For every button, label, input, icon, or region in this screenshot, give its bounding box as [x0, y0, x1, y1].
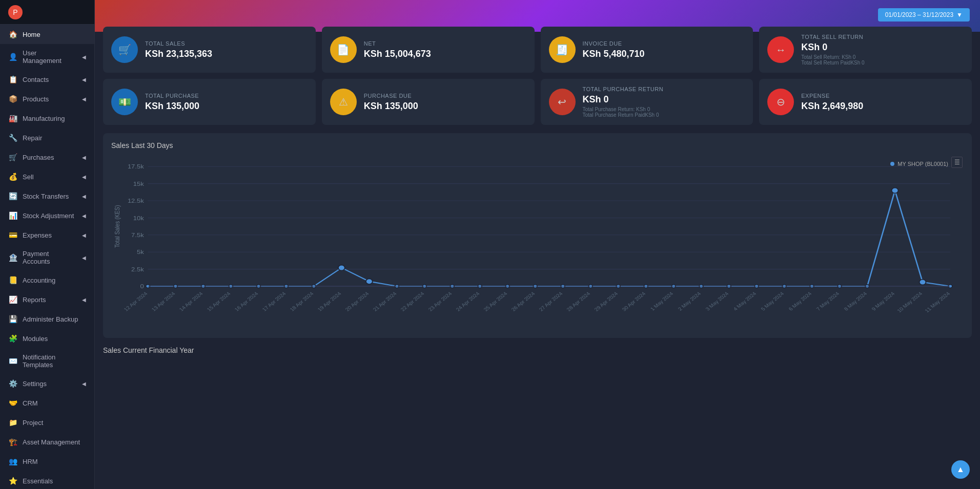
- sidebar-item-payment-accounts[interactable]: 🏦 Payment Accounts ◀: [0, 245, 94, 270]
- sidebar-item-user-management[interactable]: 👤 User Management ◀: [0, 44, 94, 70]
- svg-point-25: [366, 279, 373, 284]
- sidebar-icon-expenses: 💳: [8, 230, 17, 240]
- svg-text:2.5k: 2.5k: [131, 266, 144, 273]
- chart-menu-button[interactable]: ☰: [951, 157, 963, 168]
- sidebar-item-hrm[interactable]: 👥 HRM: [0, 452, 94, 471]
- chevron-icon-stock-adjustment: ◀: [82, 213, 86, 219]
- sidebar-item-purchases[interactable]: 🛒 Purchases ◀: [0, 147, 94, 167]
- sidebar-nav: 🏠 Home 👤 User Management ◀ 📋 Contacts ◀ …: [0, 25, 94, 489]
- sidebar-item-sell[interactable]: 💰 Sell ◀: [0, 167, 94, 186]
- sidebar-label-asset-management: Asset Management: [23, 438, 86, 446]
- stats-row-1: 🛒 TOTAL SALES KSh 23,135,363 📄 NET KSh 1…: [95, 27, 980, 73]
- svg-text:1 May 2024: 1 May 2024: [649, 291, 675, 312]
- stat-value-net: KSh 15,004,673: [364, 49, 431, 59]
- sidebar-item-essentials[interactable]: ⭐ Essentials: [0, 471, 94, 489]
- sidebar-item-stock-transfers[interactable]: 🔄 Stock Transfers ◀: [0, 186, 94, 206]
- sidebar-label-settings: Settings: [23, 380, 77, 388]
- back-to-top-button[interactable]: ▲: [951, 460, 970, 479]
- sidebar-icon-payment-accounts: 🏦: [8, 253, 17, 262]
- svg-text:15 Apr 2024: 15 Apr 2024: [206, 291, 232, 312]
- logo-icon: P: [8, 5, 23, 19]
- date-range-button[interactable]: 01/01/2023 – 31/12/2023 ▼: [878, 8, 970, 22]
- stat-card-invoice-due: 🧾 INVOICE DUE KSh 5,480,710: [541, 27, 753, 73]
- chevron-icon-purchases: ◀: [82, 155, 86, 160]
- stat-card-total-purchase-return: ↩ TOTAL PURCHASE RETURN KSh 0 Total Purc…: [541, 79, 753, 125]
- svg-text:5 May 2024: 5 May 2024: [760, 291, 785, 312]
- svg-text:28 Apr 2024: 28 Apr 2024: [565, 291, 591, 312]
- sidebar-label-manufacturing: Manufacturing: [23, 115, 86, 122]
- stat-label-total-sales: TOTAL SALES: [145, 40, 212, 47]
- stat-card-net: 📄 NET KSh 15,004,673: [322, 27, 535, 73]
- svg-text:17.5k: 17.5k: [128, 164, 144, 171]
- stat-value-total-purchase-return: KSh 0: [583, 94, 664, 105]
- svg-text:17 Apr 2024: 17 Apr 2024: [261, 291, 287, 312]
- sidebar-label-purchases: Purchases: [23, 154, 77, 161]
- chart-legend: MY SHOP (BL0001): [890, 161, 948, 167]
- stat-value-total-purchase: KSh 135,000: [145, 101, 199, 112]
- svg-text:23 Apr 2024: 23 Apr 2024: [427, 291, 453, 312]
- stat-label-expense: EXPENSE: [801, 93, 863, 99]
- stat-icon-purchase-due: ⚠: [330, 89, 357, 115]
- stat-icon-expense: ⊖: [767, 89, 794, 115]
- svg-text:Total Sales (KES): Total Sales (KES): [113, 205, 121, 247]
- stat-info-net: NET KSh 15,004,673: [364, 40, 431, 59]
- sidebar-item-home[interactable]: 🏠 Home: [0, 25, 94, 44]
- stat-label-total-purchase-return: TOTAL PURCHASE RETURN: [583, 86, 664, 92]
- sidebar-item-expenses[interactable]: 💳 Expenses ◀: [0, 225, 94, 245]
- svg-point-45: [920, 280, 926, 285]
- sidebar-label-crm: CRM: [23, 399, 86, 407]
- sidebar-item-settings[interactable]: ⚙️ Settings ◀: [0, 374, 94, 393]
- sidebar-item-products[interactable]: 📦 Products ◀: [0, 89, 94, 109]
- svg-text:18 Apr 2024: 18 Apr 2024: [289, 291, 315, 312]
- sidebar-item-asset-management[interactable]: 🏗️ Asset Management: [0, 432, 94, 452]
- sidebar-item-administer-backup[interactable]: 💾 Administer Backup: [0, 309, 94, 329]
- sidebar-icon-asset-management: 🏗️: [8, 437, 17, 447]
- sidebar-item-notification-templates[interactable]: ✉️ Notification Templates: [0, 348, 94, 374]
- sidebar-logo: P: [0, 0, 94, 25]
- sidebar-label-contacts: Contacts: [23, 76, 77, 83]
- sidebar-item-manufacturing[interactable]: 🏭 Manufacturing: [0, 109, 94, 128]
- sidebar-item-stock-adjustment[interactable]: 📊 Stock Adjustment ◀: [0, 206, 94, 225]
- sidebar-item-crm[interactable]: 🤝 CRM: [0, 393, 94, 413]
- sidebar-label-user-management: User Management: [23, 49, 77, 65]
- stat-info-total-purchase-return: TOTAL PURCHASE RETURN KSh 0 Total Purcha…: [583, 86, 664, 118]
- svg-text:0: 0: [140, 283, 144, 290]
- stat-info-expense: EXPENSE KSh 2,649,980: [801, 93, 863, 112]
- sidebar-item-repair[interactable]: 🔧 Repair: [0, 128, 94, 147]
- stat-icon-total-sell-return: ↔: [767, 36, 794, 63]
- sidebar-icon-accounting: 📒: [8, 275, 17, 285]
- sidebar-item-reports[interactable]: 📈 Reports ◀: [0, 290, 94, 309]
- chart-svg: 02.5k5k7.5k10k12.5k15k17.5kTotal Sales (…: [111, 156, 964, 330]
- sidebar-icon-administer-backup: 💾: [8, 314, 17, 324]
- svg-text:2 May 2024: 2 May 2024: [677, 291, 702, 312]
- stat-sub-total-purchase-return: Total Purchase Return: KSh 0Total Purcha…: [583, 107, 664, 118]
- sidebar-icon-home: 🏠: [8, 30, 17, 39]
- stat-value-total-sales: KSh 23,135,363: [145, 49, 212, 59]
- sales-chart-section: Sales Last 30 Days ☰ MY SHOP (BL0001) 02…: [103, 133, 972, 338]
- sidebar-label-sell: Sell: [23, 173, 77, 181]
- stat-info-total-purchase: TOTAL PURCHASE KSh 135,000: [145, 93, 199, 112]
- chevron-icon-settings: ◀: [82, 381, 86, 387]
- svg-text:4 May 2024: 4 May 2024: [732, 291, 758, 312]
- sidebar-item-project[interactable]: 📁 Project: [0, 413, 94, 432]
- sidebar-icon-products: 📦: [8, 94, 17, 103]
- svg-text:6 May 2024: 6 May 2024: [787, 291, 813, 312]
- chevron-icon-stock-transfers: ◀: [82, 194, 86, 199]
- stat-label-purchase-due: PURCHASE DUE: [364, 93, 418, 99]
- svg-text:26 Apr 2024: 26 Apr 2024: [510, 291, 536, 312]
- svg-text:7 May 2024: 7 May 2024: [815, 291, 841, 312]
- sidebar-icon-purchases: 🛒: [8, 153, 17, 162]
- sidebar-label-accounting: Accounting: [23, 277, 86, 284]
- stat-card-total-sales: 🛒 TOTAL SALES KSh 23,135,363: [103, 27, 316, 73]
- sidebar-item-modules[interactable]: 🧩 Modules: [0, 329, 94, 348]
- svg-text:12.5k: 12.5k: [128, 198, 144, 204]
- stat-info-total-sales: TOTAL SALES KSh 23,135,363: [145, 40, 212, 59]
- sidebar-icon-essentials: ⭐: [8, 476, 17, 485]
- sidebar-item-contacts[interactable]: 📋 Contacts ◀: [0, 70, 94, 89]
- svg-text:21 Apr 2024: 21 Apr 2024: [372, 291, 398, 312]
- stat-value-expense: KSh 2,649,980: [801, 101, 863, 112]
- legend-color-dot: [890, 162, 894, 166]
- svg-text:10k: 10k: [133, 215, 144, 222]
- sidebar-item-accounting[interactable]: 📒 Accounting: [0, 270, 94, 290]
- chevron-icon-user-management: ◀: [82, 54, 86, 60]
